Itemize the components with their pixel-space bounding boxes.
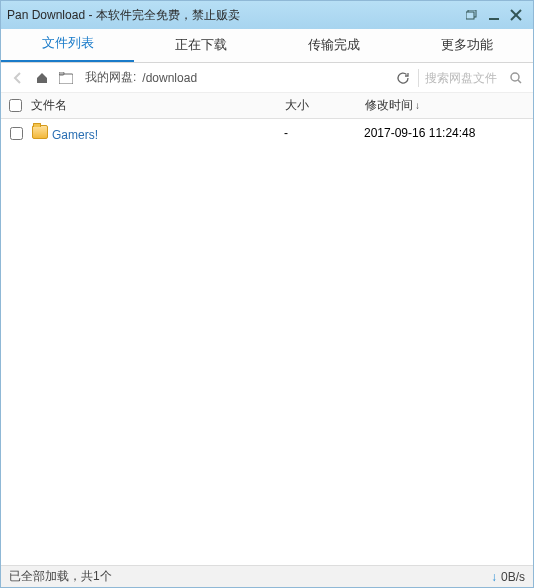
new-folder-icon[interactable] (57, 69, 75, 87)
minimize-icon[interactable] (483, 6, 505, 24)
download-rate-icon: ↓ (491, 570, 497, 584)
select-all-check[interactable] (9, 99, 31, 112)
window-title: Pan Download - 本软件完全免费，禁止贩卖 (7, 7, 461, 24)
file-name[interactable]: Gamers! (32, 125, 284, 142)
col-mtime[interactable]: 修改时间↓ (365, 97, 525, 114)
path-value[interactable]: /download (142, 71, 388, 85)
refresh-icon[interactable] (394, 69, 412, 87)
download-rate: 0B/s (501, 570, 525, 584)
tab-downloading[interactable]: 正在下载 (134, 28, 267, 62)
home-icon[interactable] (33, 69, 51, 87)
table-row[interactable]: Gamers! - 2017-09-16 11:24:48 (2, 120, 532, 146)
path-label: 我的网盘: (85, 69, 136, 86)
tab-more[interactable]: 更多功能 (400, 28, 533, 62)
status-text: 已全部加载，共1个 (9, 568, 112, 585)
file-mtime: 2017-09-16 11:24:48 (364, 126, 524, 140)
sort-desc-icon: ↓ (415, 100, 420, 111)
row-check[interactable] (10, 127, 32, 140)
svg-rect-1 (466, 12, 474, 19)
svg-line-8 (518, 80, 521, 83)
svg-point-7 (511, 73, 519, 81)
search-input[interactable] (425, 71, 503, 85)
back-icon[interactable] (9, 69, 27, 87)
col-size[interactable]: 大小 (285, 97, 365, 114)
close-icon[interactable] (505, 6, 527, 24)
title-bar: Pan Download - 本软件完全免费，禁止贩卖 (1, 1, 533, 29)
status-bar: 已全部加载，共1个 ↓ 0B/s (1, 565, 533, 587)
tab-file-list[interactable]: 文件列表 (1, 26, 134, 62)
tab-bar: 文件列表 正在下载 传输完成 更多功能 (1, 29, 533, 63)
tab-finished[interactable]: 传输完成 (267, 28, 400, 62)
folder-icon (32, 125, 48, 139)
col-name[interactable]: 文件名 (31, 97, 285, 114)
file-size: - (284, 126, 364, 140)
toolbar: 我的网盘: /download (1, 63, 533, 93)
search-icon[interactable] (507, 69, 525, 87)
file-list: Gamers! - 2017-09-16 11:24:48 (2, 120, 532, 565)
restore-icon[interactable] (461, 6, 483, 24)
search-box (418, 69, 525, 87)
table-header: 文件名 大小 修改时间↓ (1, 93, 533, 119)
